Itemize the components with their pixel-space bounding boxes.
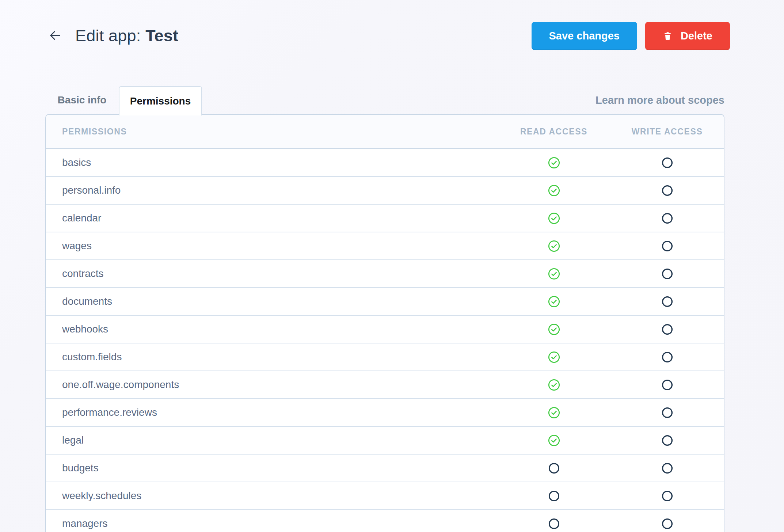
write-access-toggle[interactable] bbox=[610, 490, 724, 502]
permission-name: calendar bbox=[46, 212, 497, 224]
circle-outline-icon bbox=[662, 352, 673, 363]
delete-label: Delete bbox=[681, 30, 712, 42]
permissions-table-header: PERMISSIONS READ ACCESS WRITE ACCESS bbox=[46, 115, 724, 149]
circle-outline-icon bbox=[662, 185, 673, 196]
table-row: calendar bbox=[46, 205, 724, 232]
save-changes-button[interactable]: Save changes bbox=[532, 22, 637, 50]
write-access-toggle[interactable] bbox=[610, 463, 724, 474]
permission-name: basics bbox=[46, 157, 497, 168]
write-access-toggle[interactable] bbox=[610, 240, 724, 252]
read-access-toggle[interactable] bbox=[497, 379, 610, 391]
permission-name: documents bbox=[46, 296, 497, 307]
circle-outline-icon bbox=[548, 463, 560, 474]
table-row: one.off.wage.components bbox=[46, 371, 724, 399]
write-access-toggle[interactable] bbox=[610, 407, 724, 418]
page-title: Edit app: Test bbox=[75, 26, 178, 45]
check-circle-icon bbox=[548, 379, 560, 391]
tab-basic-info-label: Basic info bbox=[58, 94, 107, 106]
read-access-toggle[interactable] bbox=[497, 268, 610, 280]
permission-name: wages bbox=[46, 240, 497, 252]
write-access-toggle[interactable] bbox=[610, 268, 724, 280]
check-circle-icon bbox=[548, 212, 560, 224]
page-title-app-name: Test bbox=[145, 26, 178, 45]
read-access-toggle[interactable] bbox=[497, 185, 610, 197]
page-title-prefix: Edit app: bbox=[75, 26, 145, 45]
write-access-toggle[interactable] bbox=[610, 157, 724, 168]
write-access-toggle[interactable] bbox=[610, 296, 724, 307]
check-circle-icon bbox=[548, 157, 560, 169]
read-access-toggle[interactable] bbox=[497, 157, 610, 169]
table-row: webhooks bbox=[46, 316, 724, 343]
table-row: basics bbox=[46, 149, 724, 177]
header-write-access: WRITE ACCESS bbox=[610, 127, 724, 137]
read-access-toggle[interactable] bbox=[497, 212, 610, 224]
permission-name: budgets bbox=[46, 462, 497, 474]
check-circle-icon bbox=[548, 434, 560, 446]
read-access-toggle[interactable] bbox=[497, 490, 610, 502]
tabs-row: Basic info Permissions Learn more about … bbox=[45, 86, 724, 114]
back-button[interactable] bbox=[46, 27, 64, 45]
circle-outline-icon bbox=[662, 268, 673, 280]
circle-outline-icon bbox=[662, 240, 673, 252]
circle-outline-icon bbox=[662, 296, 673, 307]
check-circle-icon bbox=[548, 185, 560, 197]
permission-name: one.off.wage.components bbox=[46, 379, 497, 391]
permissions-table-body: basics bbox=[46, 149, 724, 532]
trash-icon bbox=[663, 31, 673, 41]
header-permissions: PERMISSIONS bbox=[46, 127, 497, 137]
table-row: personal.info bbox=[46, 177, 724, 205]
check-circle-icon bbox=[548, 268, 560, 280]
write-access-toggle[interactable] bbox=[610, 213, 724, 224]
table-row: contracts bbox=[46, 260, 724, 288]
table-row: custom.fields bbox=[46, 343, 724, 371]
read-access-toggle[interactable] bbox=[497, 240, 610, 252]
circle-outline-icon bbox=[548, 518, 560, 529]
arrow-left-icon bbox=[47, 28, 62, 44]
circle-outline-icon bbox=[662, 213, 673, 224]
read-access-toggle[interactable] bbox=[497, 407, 610, 419]
read-access-toggle[interactable] bbox=[497, 518, 610, 529]
circle-outline-icon bbox=[662, 407, 673, 418]
write-access-toggle[interactable] bbox=[610, 324, 724, 335]
permission-name: legal bbox=[46, 434, 497, 446]
write-access-toggle[interactable] bbox=[610, 352, 724, 363]
read-access-toggle[interactable] bbox=[497, 463, 610, 474]
table-row: budgets bbox=[46, 455, 724, 482]
permissions-table: PERMISSIONS READ ACCESS WRITE ACCESS bas… bbox=[45, 114, 724, 532]
write-access-toggle[interactable] bbox=[610, 435, 724, 446]
circle-outline-icon bbox=[548, 490, 560, 502]
learn-more-scopes-link[interactable]: Learn more about scopes bbox=[595, 94, 724, 106]
circle-outline-icon bbox=[662, 518, 673, 529]
delete-button[interactable]: Delete bbox=[645, 22, 730, 50]
tab-permissions[interactable]: Permissions bbox=[119, 86, 202, 115]
circle-outline-icon bbox=[662, 324, 673, 335]
table-row: legal bbox=[46, 427, 724, 455]
tab-basic-info[interactable]: Basic info bbox=[45, 86, 119, 114]
read-access-toggle[interactable] bbox=[497, 323, 610, 335]
check-circle-icon bbox=[548, 296, 560, 308]
check-circle-icon bbox=[548, 240, 560, 252]
permission-name: personal.info bbox=[46, 185, 497, 196]
read-access-toggle[interactable] bbox=[497, 296, 610, 308]
check-circle-icon bbox=[548, 407, 560, 419]
check-circle-icon bbox=[548, 351, 560, 363]
circle-outline-icon bbox=[662, 157, 673, 168]
write-access-toggle[interactable] bbox=[610, 379, 724, 391]
tab-permissions-label: Permissions bbox=[130, 95, 191, 107]
write-access-toggle[interactable] bbox=[610, 185, 724, 196]
table-row: documents bbox=[46, 288, 724, 316]
table-row: performance.reviews bbox=[46, 399, 724, 427]
permission-name: custom.fields bbox=[46, 351, 497, 363]
write-access-toggle[interactable] bbox=[610, 518, 724, 529]
permission-name: contracts bbox=[46, 268, 497, 280]
permission-name: managers bbox=[46, 518, 497, 529]
table-row: weekly.schedules bbox=[46, 482, 724, 510]
save-changes-label: Save changes bbox=[549, 30, 620, 42]
table-row: managers bbox=[46, 510, 724, 532]
permission-name: performance.reviews bbox=[46, 407, 497, 418]
read-access-toggle[interactable] bbox=[497, 434, 610, 446]
circle-outline-icon bbox=[662, 463, 673, 474]
read-access-toggle[interactable] bbox=[497, 351, 610, 363]
table-row: wages bbox=[46, 232, 724, 260]
permission-name: weekly.schedules bbox=[46, 490, 497, 502]
